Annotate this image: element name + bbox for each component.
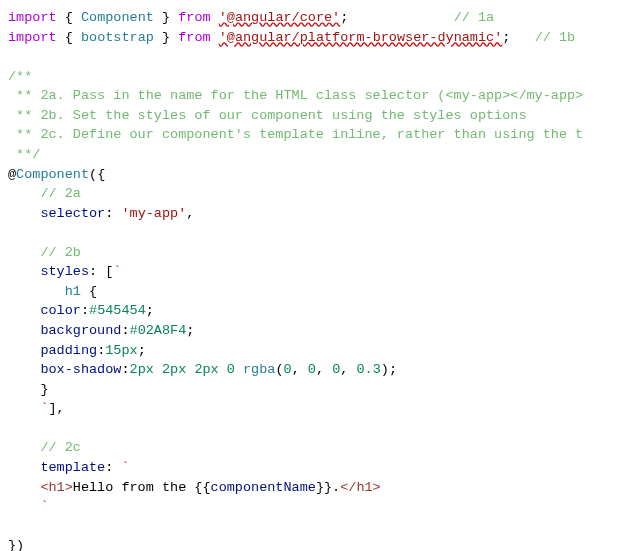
decorator-line: @Component({ — [8, 167, 105, 182]
code-line: template: ` — [8, 460, 130, 475]
code-line: background:#02A8F4; — [8, 323, 194, 338]
code-line: selector: 'my-app', — [8, 206, 194, 221]
code-line: styles: [` — [8, 264, 121, 279]
code-line: padding:15px; — [8, 343, 146, 358]
code-line: box-shadow:2px 2px 2px 0 rgba(0, 0, 0, 0… — [8, 362, 397, 377]
code-line: }) — [8, 538, 24, 551]
code-line: ` — [8, 499, 49, 514]
code-line: } — [8, 382, 49, 397]
code-line: h1 { — [8, 284, 97, 299]
code-line: color:#545454; — [8, 303, 154, 318]
code-line: // 2b — [8, 245, 81, 260]
comment-block: /** ** 2a. Pass in the name for the HTML… — [8, 69, 583, 162]
code-line: // 2a — [8, 186, 81, 201]
code-line: `], — [8, 401, 65, 416]
code-line: // 2c — [8, 440, 81, 455]
code-line: <h1>Hello from the {{componentName}}.</h… — [8, 480, 381, 495]
code-line-2: import { bootstrap } from '@angular/plat… — [8, 30, 575, 45]
code-line-1: import { Component } from '@angular/core… — [8, 10, 494, 25]
